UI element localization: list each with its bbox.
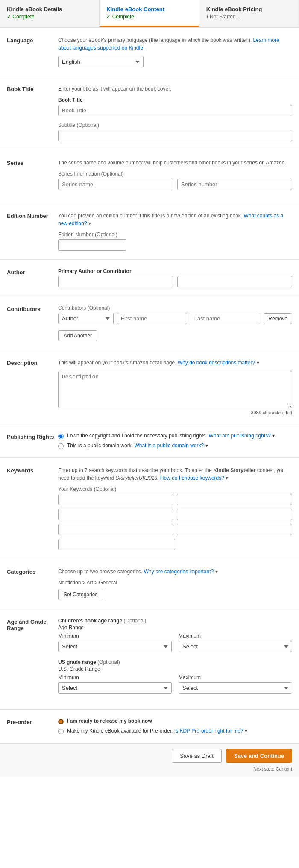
publishing-rights-option1: I own the copyright and I hold the neces… <box>58 433 292 439</box>
edition-body: You can provide an edition number if thi… <box>58 212 292 251</box>
save-draft-button[interactable]: Save as Draft <box>172 749 222 763</box>
keyword-input-2[interactable] <box>177 494 292 505</box>
preorder-option1: I am ready to release my book now <box>58 718 292 724</box>
author-inputs: Joseph Hendrix <box>58 276 292 287</box>
tab-details-title: Kindle eBook Details <box>7 6 92 12</box>
keywords-label: Keywords <box>7 466 58 550</box>
keywords-field-label: Your Keywords (Optional) <box>58 486 292 492</box>
keyword-input-1[interactable] <box>58 494 173 505</box>
series-section: Series The series name and volume number… <box>0 150 299 203</box>
description-section: Description This will appear on your boo… <box>0 350 299 424</box>
age-max-col: Maximum Select <box>179 633 292 652</box>
tab-details-status: Complete <box>7 14 92 20</box>
age-min-select[interactable]: Select <box>58 641 172 652</box>
publishing-rights-options: I own the copyright and I hold the neces… <box>58 433 292 449</box>
author-field-label: Primary Author or Contributor <box>58 268 292 274</box>
save-continue-button[interactable]: Save and Continue <box>226 749 292 763</box>
book-title-body: Enter your title as it will appear on th… <box>58 85 292 141</box>
keyword-input-5[interactable] <box>58 524 173 535</box>
bottom-bar: Save as Draft Save and Continue Next ste… <box>0 743 299 777</box>
grade-max-select[interactable]: Select <box>179 682 292 694</box>
set-categories-button[interactable]: Set Categories <box>58 589 103 600</box>
author-first-name-input[interactable]: Joseph <box>58 276 173 287</box>
series-inputs <box>58 179 292 190</box>
series-info-label: Series Information (Optional) <box>58 171 292 177</box>
contributors-label: Contributors <box>7 305 58 341</box>
categories-body: Choose up to two browse categories. Why … <box>58 568 292 600</box>
add-contributor-button[interactable]: Add Another <box>58 330 97 341</box>
book-title-desc: Enter your title as it will appear on th… <box>58 85 292 93</box>
contributors-section: Contributors Contributors (Optional) Aut… <box>0 296 299 350</box>
tab-content-status: Complete <box>106 14 192 20</box>
contributors-body: Contributors (Optional) Author Editor Il… <box>58 305 292 341</box>
series-body: The series name and volume number will h… <box>58 159 292 194</box>
tab-pricing-title: Kindle eBook Pricing <box>206 6 292 12</box>
preorder-body: I am ready to release my book now Make m… <box>58 718 292 734</box>
category-path: Nonfiction > Art > General <box>58 580 292 586</box>
grade-min-label: Minimum <box>58 674 172 680</box>
tab-content-title: Kindle eBook Content <box>106 6 192 12</box>
preorder-label: Pre-order <box>7 718 58 734</box>
pub-rights-radio2[interactable] <box>58 443 64 449</box>
preorder-link[interactable]: Is KDP Pre-order right for me? <box>174 728 243 734</box>
categories-label: Categories <box>7 568 58 600</box>
main-content: Language Choose your eBook's primary lan… <box>0 28 299 743</box>
publishing-rights-label: Publishing Rights <box>7 433 58 449</box>
publishing-rights-body: I own the copyright and I hold the neces… <box>58 433 292 449</box>
contributor-row: Author Editor Illustrator Translator Nar… <box>58 313 292 324</box>
bottom-buttons-row: Save as Draft Save and Continue <box>172 749 292 763</box>
grade-range-row: Minimum Select Maximum Select <box>58 674 292 694</box>
tab-content[interactable]: Kindle eBook Content Complete <box>100 0 199 27</box>
publishing-rights-section: Publishing Rights I own the copyright an… <box>0 424 299 458</box>
subtitle-field-label: Subtitle (Optional) <box>58 122 292 128</box>
preorder-option2: Make my Kindle eBook available for Pre-o… <box>58 728 292 734</box>
keyword-input-6[interactable] <box>177 524 292 535</box>
preorder-options: I am ready to release my book now Make m… <box>58 718 292 734</box>
grade-min-select[interactable]: Select <box>58 682 172 694</box>
tab-pricing[interactable]: Kindle eBook Pricing Not Started... <box>199 0 299 27</box>
preorder-radio1[interactable] <box>58 719 64 724</box>
title-input[interactable] <box>58 105 292 116</box>
age-range-row: Minimum Select Maximum Select <box>58 633 292 652</box>
author-label: Author <box>7 268 58 287</box>
series-number-input[interactable] <box>177 179 292 190</box>
grade-range-group: US grade range (Optional) U.S. Grade Ran… <box>58 659 292 694</box>
edition-input[interactable] <box>58 239 126 251</box>
keyword-input-7[interactable] <box>58 539 175 550</box>
keywords-link[interactable]: How do I choose keywords? <box>160 475 224 481</box>
keywords-desc: Enter up to 7 search keywords that descr… <box>58 466 292 482</box>
pub-rights-link1[interactable]: What are publishing rights? <box>209 433 271 439</box>
us-grade-label: US grade range (Optional) <box>58 659 292 665</box>
edition-label: Edition Number <box>7 212 58 251</box>
age-max-select[interactable]: Select <box>179 641 292 652</box>
categories-link[interactable]: Why are categories important? <box>144 569 214 575</box>
age-grade-section: Age and Grade Range Children's book age … <box>0 609 299 710</box>
author-last-name-input[interactable]: Hendrix <box>177 276 292 287</box>
book-title-label: Book Title <box>7 85 58 141</box>
contributor-role-select[interactable]: Author Editor Illustrator Translator Nar… <box>58 313 114 324</box>
description-textarea[interactable] <box>58 371 292 408</box>
pub-rights-link2[interactable]: What is a public domain work? <box>134 443 204 449</box>
edition-desc: You can provide an edition number if thi… <box>58 212 292 227</box>
contributor-last-name-input[interactable] <box>191 313 261 324</box>
tab-details[interactable]: Kindle eBook Details Complete <box>0 0 100 27</box>
preorder-option2-text: Make my Kindle eBook available for Pre-o… <box>67 728 247 734</box>
preorder-radio2[interactable] <box>58 729 64 734</box>
pub-rights-radio1[interactable] <box>58 434 64 439</box>
keyword-input-3[interactable] <box>58 509 173 520</box>
remove-contributor-button[interactable]: Remove <box>264 313 292 324</box>
keywords-body: Enter up to 7 search keywords that descr… <box>58 466 292 550</box>
author-body: Primary Author or Contributor Joseph Hen… <box>58 268 292 287</box>
description-link[interactable]: Why do book descriptions matter? <box>178 360 255 366</box>
contributor-first-name-input[interactable] <box>117 313 187 324</box>
categories-section: Categories Choose up to two browse categ… <box>0 559 299 609</box>
preorder-section: Pre-order I am ready to release my book … <box>0 710 299 743</box>
age-min-label: Minimum <box>58 633 172 639</box>
subtitle-input[interactable] <box>58 130 292 141</box>
series-label: Series <box>7 159 58 194</box>
grade-max-label: Maximum <box>179 674 292 680</box>
series-name-input[interactable] <box>58 179 173 190</box>
keyword-input-4[interactable] <box>177 509 292 520</box>
language-select[interactable]: English Spanish French German <box>58 56 144 67</box>
description-desc: This will appear on your book's Amazon d… <box>58 359 292 367</box>
